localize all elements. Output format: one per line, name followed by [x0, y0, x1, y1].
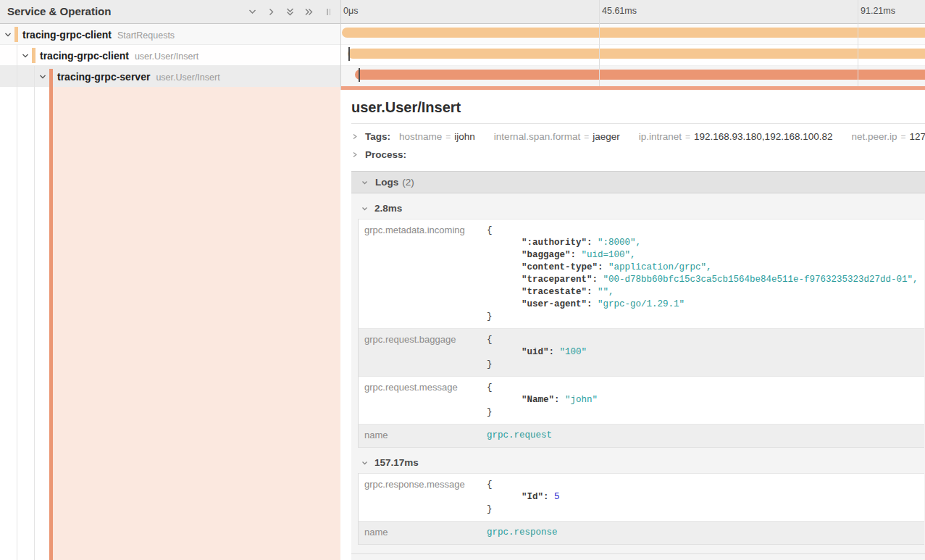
- table-row: name grpc.response: [359, 521, 924, 545]
- service-name: tracing-grpc-client: [40, 50, 129, 62]
- log-fields-table: grpc.response.message { "Id": 5 } name g…: [358, 473, 924, 545]
- field-value: grpc.response: [483, 522, 924, 544]
- tags-accordion[interactable]: Tags: hostname=ijohn internal.span.forma…: [351, 124, 925, 142]
- timeline-gridline: [599, 0, 600, 86]
- logs-label: Logs: [375, 177, 398, 188]
- field-key: grpc.request.message: [359, 377, 483, 424]
- tree-indent-guide: [17, 45, 17, 560]
- operation-name: StartRequests: [117, 30, 175, 41]
- log-timestamp: 157.17ms: [374, 457, 419, 468]
- tag-item: net.peer.ip=127.0.0.1: [851, 131, 925, 142]
- span-color-bar: [14, 27, 18, 42]
- field-value-json: { "Name": "john" }: [483, 377, 924, 424]
- logs-count: (2): [402, 177, 414, 188]
- operation-name: user.User/Insert: [135, 51, 198, 62]
- logs-accordion-header[interactable]: Logs (2): [351, 171, 925, 193]
- timeline-row: [340, 66, 925, 87]
- field-value-json: { "Id": 5 }: [483, 474, 924, 521]
- chevron-down-icon[interactable]: [38, 72, 47, 81]
- field-key: name: [359, 522, 483, 544]
- selected-span-color-bar: [49, 69, 53, 560]
- table-row: grpc.metadata.incoming { ":authority": "…: [359, 219, 924, 328]
- logs-note: Log timestamps are relative to the start…: [351, 554, 925, 560]
- logs-note-separator: Log timestamps are relative to the start…: [351, 553, 925, 560]
- tree-indent-guide: [34, 66, 35, 560]
- span-bar-client-insert[interactable]: [348, 49, 925, 59]
- operation-name: user.User/Insert: [156, 72, 219, 83]
- service-operation-title: Service & Operation: [7, 5, 111, 17]
- tags-label: Tags:: [365, 131, 390, 142]
- span-row-tracing-grpc-client-startrequests[interactable]: tracing-grpc-clientStartRequests: [0, 24, 340, 45]
- chevron-right-icon[interactable]: [266, 7, 277, 17]
- chevron-right-icon: [351, 133, 359, 141]
- tag-item: hostname=ijohn: [399, 131, 475, 142]
- panel-divider[interactable]: [340, 0, 341, 90]
- tag-item: ip.intranet=192.168.93.180,192.168.100.8…: [639, 131, 833, 142]
- field-key: grpc.response.message: [359, 474, 483, 521]
- field-value: grpc.request: [483, 425, 924, 447]
- timeline-row: [340, 24, 925, 45]
- table-row: grpc.request.message { "Name": "john" }: [359, 376, 924, 424]
- log-entry-header[interactable]: 2.8ms: [351, 193, 925, 219]
- service-name: tracing-grpc-client: [22, 29, 112, 41]
- tick-label: 91.21ms: [861, 6, 895, 16]
- timeline-ruler: 0μs 45.61ms 91.21ms: [340, 0, 925, 24]
- tick-label: 0μs: [343, 6, 358, 16]
- field-key: name: [359, 425, 483, 447]
- field-value-json: { "uid": "100" }: [483, 329, 924, 376]
- log-marker[interactable]: [348, 47, 350, 61]
- chevron-down-icon: [361, 179, 369, 186]
- log-fields-table: grpc.metadata.incoming { ":authority": "…: [358, 219, 924, 448]
- expanded-row-accent-bar: [340, 86, 925, 90]
- log-entry-header[interactable]: 157.17ms: [351, 448, 925, 473]
- span-color-bar: [32, 48, 35, 63]
- span-row-tracing-grpc-client-insert[interactable]: tracing-grpc-clientuser.User/Insert: [0, 45, 340, 66]
- chevron-down-icon[interactable]: [21, 51, 30, 60]
- field-key: grpc.request.baggage: [359, 329, 483, 376]
- field-key: grpc.metadata.incoming: [359, 220, 483, 328]
- column-resizer-grip[interactable]: [327, 9, 330, 15]
- process-label: Process:: [365, 149, 406, 160]
- table-row: name grpc.request: [359, 424, 924, 448]
- collapse-controls: [247, 7, 330, 17]
- span-list-header: Service & Operation: [0, 0, 340, 24]
- selected-span-focus-area: [53, 87, 340, 560]
- chevron-down-icon: [361, 205, 369, 212]
- log-timestamp: 2.8ms: [374, 203, 402, 214]
- chevron-right-icon: [351, 151, 359, 159]
- double-chevron-right-icon[interactable]: [304, 7, 314, 17]
- timeline-gridline: [858, 0, 858, 86]
- span-detail-panel: user.User/Insert Tags: hostname=ijohn in…: [340, 90, 925, 560]
- chevron-down-icon: [361, 459, 369, 467]
- span-bar-server-insert[interactable]: [355, 70, 925, 80]
- service-name: tracing-grpc-server: [57, 71, 150, 83]
- field-value-json: { ":authority": ":8000", "baggage": "uid…: [483, 220, 924, 328]
- logs-body: 2.8ms grpc.metadata.incoming { ":authori…: [351, 193, 925, 560]
- jaeger-trace-timeline-view: Service & Operation tracing-grpc-clientS…: [0, 0, 925, 560]
- chevron-down-icon[interactable]: [4, 30, 12, 39]
- table-row: grpc.request.baggage { "uid": "100" }: [359, 328, 924, 376]
- span-detail-title: user.User/Insert: [351, 99, 925, 116]
- tag-item: internal.span.format=jaeger: [494, 131, 620, 142]
- timeline-row: [340, 45, 925, 66]
- table-row: grpc.response.message { "Id": 5 }: [359, 473, 924, 521]
- span-bar-startrequests[interactable]: [342, 28, 925, 38]
- log-marker[interactable]: [359, 68, 360, 82]
- tick-label: 45.61ms: [602, 6, 637, 16]
- process-accordion[interactable]: Process:: [351, 142, 925, 160]
- timeline-canvas: 0μs 45.61ms 91.21ms: [340, 0, 925, 90]
- chevron-down-icon[interactable]: [247, 7, 258, 17]
- double-chevron-down-icon[interactable]: [285, 7, 296, 17]
